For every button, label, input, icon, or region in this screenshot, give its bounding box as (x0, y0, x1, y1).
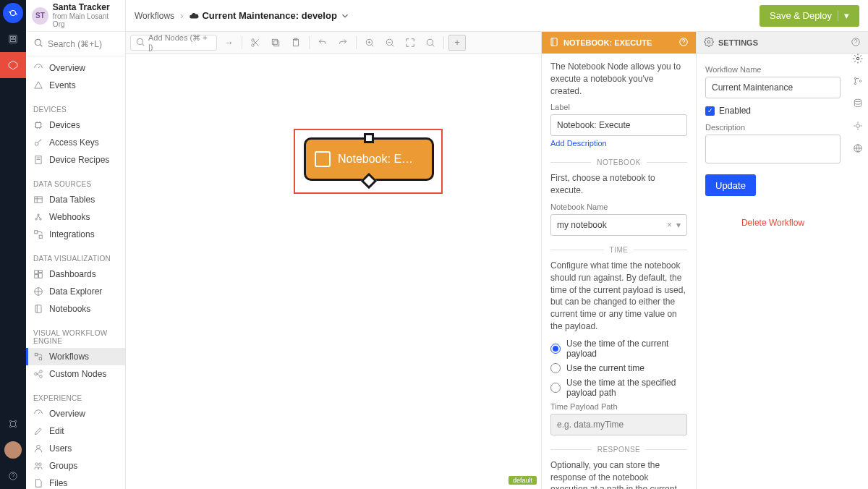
label-input[interactable] (550, 114, 687, 136)
rail-graph-icon[interactable] (0, 411, 26, 437)
workflow-canvas[interactable]: Notebook: E… default (126, 54, 541, 489)
time-divider: Time (550, 246, 687, 254)
user-avatar[interactable] (4, 441, 22, 459)
chevron-down-icon: ▾ (676, 220, 681, 230)
add-description-link[interactable]: Add Description (550, 139, 607, 148)
sidebar-integrations[interactable]: Integrations (26, 226, 125, 243)
save-deploy-button[interactable]: Save & Deploy ▾ (760, 5, 859, 27)
sidebar-search[interactable]: Search (⌘+L) (26, 32, 125, 56)
dashboard-icon (33, 269, 43, 279)
settings-tab-globe-icon[interactable] (853, 143, 863, 156)
svg-point-33 (39, 463, 42, 466)
svg-point-28 (35, 373, 38, 375)
sidebar-exp-files[interactable]: Files (26, 475, 125, 489)
radio-icon (550, 383, 561, 393)
svg-rect-18 (35, 231, 38, 234)
sidebar-device-recipes[interactable]: Device Recipes (26, 151, 125, 169)
tb-add-icon[interactable]: + (448, 35, 466, 51)
svg-point-5 (9, 420, 11, 422)
enabled-checkbox-row[interactable]: ✓ Enabled (705, 106, 841, 116)
tb-zoom-fit-icon[interactable] (422, 35, 439, 51)
time-opt-path[interactable]: Use the time at the specified payload pa… (550, 378, 687, 398)
delete-workflow-link[interactable]: Delete Workflow (705, 218, 841, 228)
workflow-name-input[interactable] (705, 77, 841, 98)
time-opt-current[interactable]: Use the current time (550, 363, 687, 373)
tb-zoom-out-icon[interactable] (381, 35, 399, 51)
tb-copy-icon[interactable] (267, 35, 284, 51)
breadcrumb-current[interactable]: Current Maintenance: develop (189, 10, 349, 21)
files-icon (33, 478, 43, 488)
notebook-name-label: Notebook Name (550, 203, 687, 211)
tb-redo-icon[interactable] (334, 35, 352, 51)
description-input[interactable] (705, 135, 841, 163)
pencil-icon (33, 426, 43, 436)
notebook-select[interactable]: my notebook × ▾ (550, 214, 687, 236)
gauge-icon (33, 409, 43, 419)
sidebar-webhooks[interactable]: Webhooks (26, 208, 125, 226)
svg-point-56 (856, 124, 860, 128)
node-output-port[interactable] (361, 173, 378, 190)
search-icon (135, 37, 145, 48)
notebook-icon (549, 37, 559, 48)
settings-tab-versions-icon[interactable] (853, 76, 863, 88)
breadcrumb-root[interactable]: Workflows (135, 11, 174, 21)
sidebar-exp-users[interactable]: Users (26, 440, 125, 457)
rail-help-icon[interactable] (0, 463, 26, 489)
tb-zoom-in-icon[interactable] (361, 35, 378, 51)
sidebar-header[interactable]: ST Santa Tracker from Main Losant Org (26, 0, 125, 32)
workflow-name-label: Workflow Name (705, 65, 841, 74)
tb-undo-icon[interactable] (314, 35, 331, 51)
svg-rect-11 (36, 123, 41, 128)
svg-point-55 (854, 99, 861, 102)
tb-expand-icon[interactable] (401, 35, 419, 51)
sidebar-overview[interactable]: Overview (26, 59, 125, 77)
rail-dashboard-icon[interactable] (0, 26, 26, 52)
svg-rect-23 (35, 275, 38, 278)
group-devices-title: Devices (26, 100, 125, 116)
sidebar-notebooks[interactable]: Notebooks (26, 300, 125, 318)
sidebar-devices[interactable]: Devices (26, 116, 125, 134)
sidebar-custom-nodes[interactable]: Custom Nodes (26, 365, 125, 383)
help-icon[interactable] (851, 37, 861, 48)
notebook-execute-node[interactable]: Notebook: E… (304, 137, 434, 181)
checkbox-icon: ✓ (705, 106, 715, 116)
tb-paste-icon[interactable] (287, 35, 305, 51)
logo-icon[interactable] (3, 3, 23, 23)
svg-point-30 (40, 375, 43, 378)
props-intro: The Notebook Node allows you to execute … (550, 61, 687, 97)
settings-tab-storage-icon[interactable] (853, 98, 863, 111)
svg-rect-19 (39, 235, 42, 238)
tb-cut-icon[interactable] (247, 35, 264, 51)
svg-point-16 (40, 218, 41, 220)
chevron-down-icon (340, 11, 350, 21)
add-nodes-input[interactable]: Add Nodes (⌘ + |) (130, 35, 217, 51)
svg-point-54 (859, 80, 861, 82)
settings-tab-globals-icon[interactable] (853, 121, 863, 133)
sidebar-exp-edit[interactable]: Edit (26, 422, 125, 440)
sidebar-workflows[interactable]: Workflows (26, 348, 125, 365)
sidebar-data-tables[interactable]: Data Tables (26, 191, 125, 208)
svg-rect-47 (551, 38, 557, 46)
svg-point-29 (40, 370, 43, 373)
integrations-icon (33, 229, 43, 239)
clear-icon[interactable]: × (667, 220, 672, 230)
sidebar-data-explorer[interactable]: Data Explorer (26, 283, 125, 300)
response-intro: Optionally, you can store the response o… (550, 459, 687, 489)
tb-arrow-icon[interactable]: → (220, 35, 237, 51)
save-caret-icon: ▾ (838, 10, 849, 21)
update-button[interactable]: Update (705, 174, 756, 196)
time-opt-payload[interactable]: Use the time of the current payload (550, 339, 687, 359)
sidebar-exp-groups[interactable]: Groups (26, 457, 125, 475)
node-input-port[interactable] (364, 133, 374, 143)
sidebar-events[interactable]: Events (26, 77, 125, 94)
svg-rect-14 (35, 197, 43, 203)
rail-apps-icon[interactable] (0, 52, 26, 78)
sidebar-exp-overview[interactable]: Overview (26, 405, 125, 422)
node-selection-box: Notebook: E… (294, 129, 443, 194)
sidebar-dashboards[interactable]: Dashboards (26, 265, 125, 283)
sidebar-access-keys[interactable]: Access Keys (26, 134, 125, 151)
settings-tab-gear-icon[interactable] (853, 54, 863, 66)
help-icon[interactable] (678, 37, 689, 48)
cloud-icon (189, 11, 199, 21)
group-experience-title: Experience (26, 388, 125, 405)
